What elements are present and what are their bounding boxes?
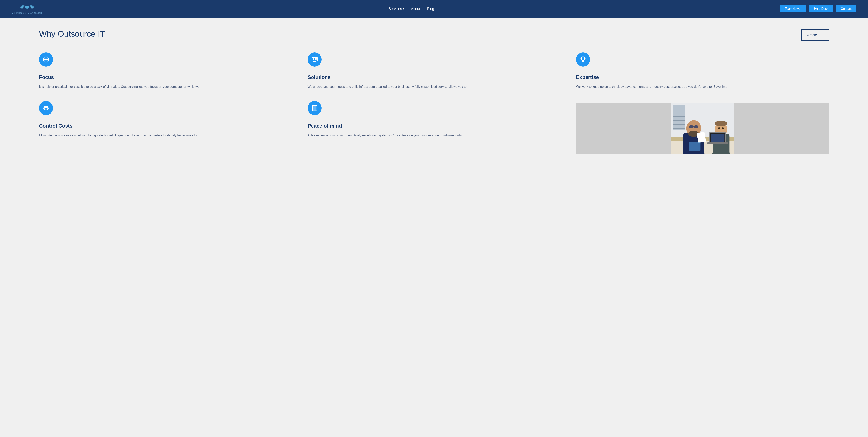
card-peace-of-mind: Peace of mind Achieve peace of mind with…	[308, 101, 561, 154]
focus-icon-circle	[39, 53, 53, 66]
control-costs-icon-circle	[39, 101, 53, 115]
svg-rect-43	[689, 142, 701, 151]
helpdesk-button[interactable]: Help Desk	[809, 5, 833, 12]
stack-icon	[43, 105, 49, 112]
svg-point-13	[315, 107, 316, 108]
card-expertise: Expertise We work to keep up on technolo…	[576, 53, 829, 89]
expertise-icon-circle	[576, 53, 590, 66]
peace-of-mind-icon-circle	[308, 101, 322, 115]
expertise-title: Expertise	[576, 74, 829, 81]
arrow-right-icon: →	[819, 33, 823, 37]
cards-grid: Focus It is neither practical, nor possi…	[39, 53, 829, 154]
svg-point-37	[718, 127, 720, 129]
svg-rect-41	[711, 134, 725, 142]
expertise-text: We work to keep up on technology advance…	[576, 84, 829, 89]
control-costs-text: Eliminate the costs associated with hiri…	[39, 133, 292, 138]
monitor-icon	[311, 56, 318, 63]
svg-rect-9	[315, 58, 317, 59]
contact-button[interactable]: Contact	[836, 5, 856, 12]
control-costs-title: Control Costs	[39, 123, 292, 129]
office-image	[576, 103, 829, 154]
nav-about[interactable]: About	[411, 7, 420, 11]
solutions-title: Solutions	[308, 74, 561, 81]
svg-point-6	[45, 58, 47, 60]
svg-point-0	[25, 6, 29, 8]
focus-text: It is neither practical, nor possible to…	[39, 84, 292, 89]
logo-text: MERCURY·MAYNARD	[12, 12, 42, 14]
peace-of-mind-text: Achieve peace of mind with proactively m…	[308, 133, 561, 138]
svg-point-38	[722, 127, 724, 129]
main-content: Why Outsource IT Article → Focus It is n…	[0, 18, 868, 437]
focus-title: Focus	[39, 74, 292, 81]
svg-rect-32	[697, 132, 706, 143]
peace-of-mind-title: Peace of mind	[308, 123, 561, 129]
svg-point-29	[689, 125, 694, 128]
svg-point-36	[715, 121, 727, 126]
nav-links: Services ▾ About Blog	[389, 7, 434, 11]
nav-services[interactable]: Services ▾	[389, 7, 404, 11]
solutions-icon-circle	[308, 53, 322, 66]
page-title: Why Outsource IT	[39, 29, 105, 39]
svg-rect-10	[315, 59, 317, 60]
door-icon	[311, 105, 318, 112]
aperture-icon	[43, 56, 49, 63]
svg-rect-42	[708, 143, 728, 144]
nav-blog[interactable]: Blog	[427, 7, 434, 11]
navbar-buttons: Teamviewer Help Desk Contact	[780, 5, 856, 12]
article-button[interactable]: Article →	[801, 29, 829, 41]
card-control-costs: Control Costs Eliminate the costs associ…	[39, 101, 292, 154]
solutions-text: We understand your needs and build infra…	[308, 84, 561, 89]
svg-rect-8	[313, 58, 314, 60]
card-focus: Focus It is neither practical, nor possi…	[39, 53, 292, 89]
logo[interactable]: MERCURY·MAYNARD	[12, 3, 42, 14]
card-image	[576, 101, 829, 154]
card-solutions: Solutions We understand your needs and b…	[308, 53, 561, 89]
page-header: Why Outsource IT Article →	[39, 29, 829, 41]
trophy-icon	[580, 56, 586, 63]
svg-point-30	[694, 125, 699, 128]
office-svg	[576, 103, 829, 154]
teamviewer-button[interactable]: Teamviewer	[780, 5, 806, 12]
chevron-down-icon: ▾	[403, 7, 404, 10]
navbar: MERCURY·MAYNARD Services ▾ About Blog Te…	[0, 0, 868, 18]
logo-icon	[19, 3, 35, 11]
